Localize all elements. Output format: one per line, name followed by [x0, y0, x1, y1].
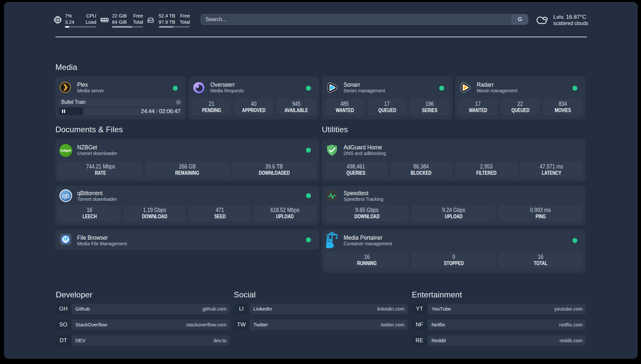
svg-text:qb: qb	[62, 192, 69, 199]
svg-text:nzbget: nzbget	[60, 149, 71, 152]
